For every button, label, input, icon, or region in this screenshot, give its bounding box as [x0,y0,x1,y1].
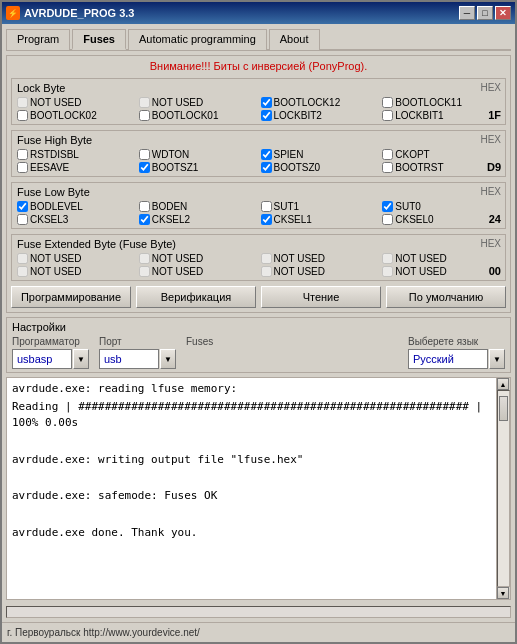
lock-byte-section: Lock Byte HEX NOT USED NOT USED BOOTLOCK… [11,78,506,125]
lb-item-4: BOOTLOCK02 [17,110,135,121]
flb-cb-6[interactable] [261,214,272,225]
flb-cb-2[interactable] [261,201,272,212]
flb-item-6: CKSEL1 [261,214,379,225]
fhb-cb-5[interactable] [139,162,150,173]
fuse-low-grid: BODLEVEL BODEN SUT1 SUT0 [17,201,500,225]
programmer-value[interactable]: usbasp [12,349,72,369]
content-area: Program Fuses Automatic programming Abou… [2,24,515,622]
log-scrollbar[interactable]: ▲ ▼ [496,378,510,599]
flb-cb-0[interactable] [17,201,28,212]
log-line-6 [12,507,491,522]
lang-value[interactable]: Русский [408,349,488,369]
log-line-4 [12,470,491,485]
flb-label-0: BODLEVEL [30,201,83,212]
default-button[interactable]: По умолчанию [386,286,506,308]
feb-cb-3[interactable] [382,253,393,264]
lock-byte-hex-label: HEX [480,82,501,93]
progress-bar [6,606,511,618]
lb-cb-2[interactable] [261,97,272,108]
lb-cb-0[interactable] [17,97,28,108]
feb-label-4: NOT USED [30,266,82,277]
window-title: AVRDUDE_PROG 3.3 [24,7,134,19]
feb-item-4: NOT USED [17,266,135,277]
programmer-dropdown-arrow[interactable]: ▼ [73,349,89,369]
minimize-button[interactable]: ─ [459,6,475,20]
flb-cb-7[interactable] [382,214,393,225]
flb-item-5: CKSEL2 [139,214,257,225]
lock-byte-hex-value: 1F [488,109,501,121]
lb-label-0: NOT USED [30,97,82,108]
feb-cb-1[interactable] [139,253,150,264]
titlebar: ⚡ AVRDUDE_PROG 3.3 ─ □ ✕ [2,2,515,24]
fuse-ext-section: Fuse Extended Byte (Fuse Byte) HEX NOT U… [11,234,506,281]
fuse-ext-hex-label: HEX [480,238,501,249]
verify-button[interactable]: Верификация [136,286,256,308]
fuse-high-hex-label: HEX [480,134,501,145]
fhb-cb-4[interactable] [17,162,28,173]
log-line-0: avrdude.exe: reading lfuse memory: [12,381,491,396]
programmer-dropdown[interactable]: usbasp ▼ [12,349,89,369]
port-label: Порт [99,336,176,347]
feb-cb-2[interactable] [261,253,272,264]
lb-label-3: BOOTLOCK11 [395,97,462,108]
feb-label-0: NOT USED [30,253,82,264]
port-value[interactable]: usb [99,349,159,369]
lb-cb-7[interactable] [382,110,393,121]
log-output[interactable]: avrdude.exe: reading lfuse memory: Readi… [7,378,496,599]
port-dropdown[interactable]: usb ▼ [99,349,176,369]
lb-cb-4[interactable] [17,110,28,121]
fhb-cb-3[interactable] [382,149,393,160]
lb-cb-3[interactable] [382,97,393,108]
tab-auto[interactable]: Automatic programming [128,29,267,50]
read-button[interactable]: Чтение [261,286,381,308]
fhb-cb-0[interactable] [17,149,28,160]
lb-cb-6[interactable] [261,110,272,121]
log-container: avrdude.exe: reading lfuse memory: Readi… [6,377,511,600]
fhb-cb-6[interactable] [261,162,272,173]
settings-section: Настройки Программатор usbasp ▼ Порт [6,317,511,373]
fhb-cb-2[interactable] [261,149,272,160]
port-group: Порт usb ▼ [99,336,176,369]
maximize-button[interactable]: □ [477,6,493,20]
settings-title: Настройки [12,321,505,333]
fuse-low-hex-label: HEX [480,186,501,197]
feb-item-1: NOT USED [139,253,257,264]
feb-label-3: NOT USED [395,253,447,264]
lang-dropdown[interactable]: Русский ▼ [408,349,505,369]
flb-cb-3[interactable] [382,201,393,212]
program-button[interactable]: Программирование [11,286,131,308]
lb-cb-1[interactable] [139,97,150,108]
lb-item-0: NOT USED [17,97,135,108]
feb-cb-0[interactable] [17,253,28,264]
feb-cb-4[interactable] [17,266,28,277]
lb-label-7: LOCKBIT1 [395,110,443,121]
titlebar-buttons: ─ □ ✕ [459,6,511,20]
scroll-up-button[interactable]: ▲ [497,378,509,390]
feb-cb-5[interactable] [139,266,150,277]
lb-label-6: LOCKBIT2 [274,110,322,121]
feb-item-0: NOT USED [17,253,135,264]
flb-cb-1[interactable] [139,201,150,212]
fhb-cb-7[interactable] [382,162,393,173]
close-button[interactable]: ✕ [495,6,511,20]
lb-cb-5[interactable] [139,110,150,121]
lang-dropdown-arrow[interactable]: ▼ [489,349,505,369]
feb-cb-7[interactable] [382,266,393,277]
fhb-cb-1[interactable] [139,149,150,160]
feb-cb-6[interactable] [261,266,272,277]
port-dropdown-arrow[interactable]: ▼ [160,349,176,369]
flb-label-3: SUT0 [395,201,421,212]
fhb-item-0: RSTDISBL [17,149,135,160]
scroll-thumb[interactable] [499,396,508,421]
fhb-label-1: WDTON [152,149,190,160]
scroll-down-button[interactable]: ▼ [497,587,509,599]
feb-item-5: NOT USED [139,266,257,277]
fhb-label-2: SPIEN [274,149,304,160]
tab-program[interactable]: Program [6,29,70,50]
tab-about[interactable]: About [269,29,320,50]
flb-cb-5[interactable] [139,214,150,225]
fhb-item-4: EESAVE [17,162,135,173]
tab-fuses[interactable]: Fuses [72,29,126,50]
scroll-track[interactable] [497,390,510,587]
flb-cb-4[interactable] [17,214,28,225]
